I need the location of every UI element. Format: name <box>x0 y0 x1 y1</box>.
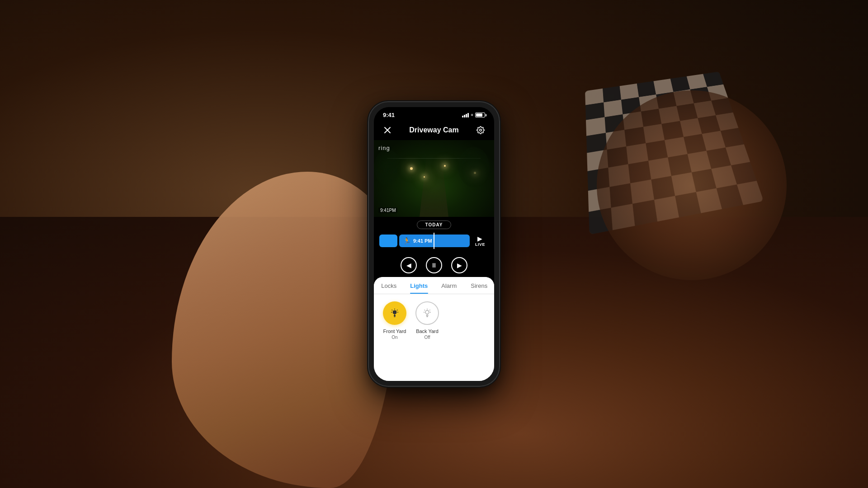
pause-button[interactable]: ⏸ <box>426 257 442 273</box>
light-device-back-yard[interactable]: Back Yard Off <box>415 301 439 374</box>
close-button[interactable] <box>381 124 394 136</box>
brand-label: ring <box>378 145 390 151</box>
tab-locks[interactable]: Locks <box>374 277 404 294</box>
wifi-icon: ⌖ <box>471 112 473 118</box>
camera-title: Driveway Cam <box>409 126 458 134</box>
tabs-row: Locks Lights Alarm Sirens <box>374 277 494 294</box>
timeline-bar[interactable]: 🏃 9:41 PM ▶ LIVE <box>379 233 489 249</box>
svg-line-16 <box>425 310 425 311</box>
status-time: 9:41 <box>383 112 395 118</box>
tray-circle <box>597 90 787 280</box>
video-timestamp: 9:41PM <box>378 207 397 213</box>
status-bar: 9:41 ⌖ <box>374 107 494 120</box>
video-container[interactable]: ring 9:41PM <box>374 140 494 217</box>
status-icons: ⌖ <box>462 112 485 118</box>
live-play-icon: ▶ <box>477 235 482 242</box>
phone-wrapper: 9:41 ⌖ <box>368 102 500 386</box>
timeline-section: TODAY 🏃 9:41 PM ▶ LIVE <box>374 217 494 253</box>
signal-bar-3 <box>466 114 467 117</box>
lights-grid: Front Yard On <box>374 294 494 381</box>
back-yard-light-button[interactable] <box>415 301 439 325</box>
light-dot-4 <box>424 176 425 178</box>
phone-device: 9:41 ⌖ <box>368 102 500 386</box>
light-device-front-yard[interactable]: Front Yard On <box>383 301 406 374</box>
bottom-panel: Locks Lights Alarm Sirens <box>374 277 494 381</box>
light-dot-1 <box>410 167 413 170</box>
timeline-time: 9:41 PM <box>413 238 432 244</box>
svg-point-11 <box>425 310 429 314</box>
live-label: LIVE <box>475 242 485 247</box>
app-header: Driveway Cam <box>374 120 494 140</box>
front-yard-light-button[interactable] <box>383 301 406 325</box>
forward-icon: ▶ <box>457 262 462 269</box>
signal-bar-1 <box>462 116 463 117</box>
svg-line-15 <box>429 310 430 311</box>
back-yard-light-name: Back Yard <box>416 328 439 334</box>
video-feed: ring 9:41PM <box>374 140 494 217</box>
timeline-segment-active[interactable]: 🏃 9:41 PM <box>399 235 470 247</box>
front-yard-light-status: On <box>392 335 397 340</box>
svg-line-8 <box>392 310 393 311</box>
light-dot-2 <box>444 165 446 167</box>
signal-bars-icon <box>462 113 469 117</box>
timeline-segment-left[interactable] <box>379 235 397 247</box>
signal-bar-4 <box>467 113 469 117</box>
forward-button[interactable]: ▶ <box>451 257 467 273</box>
rewind-icon: ◀ <box>406 262 411 269</box>
svg-point-2 <box>480 129 482 131</box>
tab-sirens[interactable]: Sirens <box>464 277 495 294</box>
tab-alarm[interactable]: Alarm <box>434 277 464 294</box>
back-yard-light-status: Off <box>424 335 430 340</box>
live-button[interactable]: ▶ LIVE <box>472 233 489 249</box>
today-badge-wrapper: TODAY <box>379 221 489 229</box>
battery-fill <box>476 113 482 117</box>
tree-left <box>374 149 401 185</box>
rewind-button[interactable]: ◀ <box>401 257 417 273</box>
settings-button[interactable] <box>474 124 487 136</box>
svg-line-7 <box>397 310 398 311</box>
front-yard-light-name: Front Yard <box>383 328 406 334</box>
today-badge[interactable]: TODAY <box>417 221 452 229</box>
tab-lights[interactable]: Lights <box>404 277 434 294</box>
signal-bar-2 <box>464 115 465 117</box>
svg-point-3 <box>393 310 396 314</box>
phone-screen: 9:41 ⌖ <box>374 107 494 381</box>
pause-icon: ⏸ <box>431 262 437 269</box>
tree-right <box>458 147 490 188</box>
motion-icon: 🏃 <box>403 237 410 244</box>
timeline-cursor <box>434 233 434 249</box>
battery-icon <box>475 113 485 117</box>
playback-controls: ◀ ⏸ ▶ <box>374 253 494 277</box>
